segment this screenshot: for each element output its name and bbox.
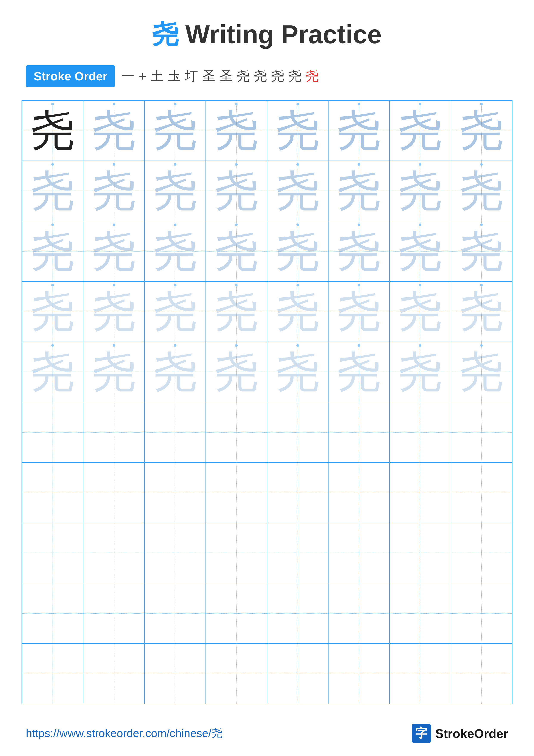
grid-cell[interactable]: 尧 — [206, 282, 267, 342]
grid-cell[interactable] — [451, 402, 512, 463]
grid-cell[interactable] — [328, 402, 390, 463]
grid-cell[interactable]: 尧 — [144, 221, 206, 282]
grid-cell[interactable]: 尧 — [83, 161, 144, 221]
footer: https://www.strokeorder.com/chinese/尧 字 … — [0, 724, 534, 743]
cell-dot — [358, 284, 360, 286]
grid-cell[interactable] — [83, 402, 144, 463]
grid-cell[interactable]: 尧 — [451, 221, 512, 282]
grid-cell[interactable]: 尧 — [83, 221, 144, 282]
grid-cell[interactable] — [22, 583, 83, 643]
grid-cell[interactable] — [267, 463, 328, 523]
grid-cell[interactable] — [144, 643, 206, 704]
grid-cell[interactable] — [144, 583, 206, 643]
grid-cell[interactable]: 尧 — [83, 282, 144, 342]
grid-cell[interactable]: 尧 — [206, 342, 267, 402]
grid-cell[interactable] — [390, 583, 451, 643]
grid-cell[interactable]: 尧 — [22, 100, 83, 161]
grid-cell[interactable]: 尧 — [328, 161, 390, 221]
grid-cell[interactable] — [22, 402, 83, 463]
grid-cell[interactable] — [390, 643, 451, 704]
grid-cell[interactable]: 尧 — [451, 161, 512, 221]
grid-cell[interactable] — [451, 523, 512, 583]
grid-cell[interactable] — [144, 523, 206, 583]
grid-cell[interactable]: 尧 — [451, 282, 512, 342]
grid-cell[interactable]: 尧 — [451, 342, 512, 402]
grid-cell[interactable] — [144, 402, 206, 463]
grid-cell[interactable]: 尧 — [144, 161, 206, 221]
grid-cell[interactable] — [22, 463, 83, 523]
grid-cell[interactable] — [83, 643, 144, 704]
grid-cell[interactable] — [267, 643, 328, 704]
grid-cell[interactable] — [267, 402, 328, 463]
grid-cell[interactable] — [206, 402, 267, 463]
cell-character: 尧 — [31, 230, 74, 273]
grid-cell[interactable]: 尧 — [22, 282, 83, 342]
grid-cell[interactable] — [390, 402, 451, 463]
grid-cell[interactable]: 尧 — [267, 100, 328, 161]
grid-cell[interactable]: 尧 — [267, 221, 328, 282]
cell-character: 尧 — [215, 290, 258, 333]
grid-cell[interactable]: 尧 — [267, 161, 328, 221]
grid-cell[interactable] — [328, 463, 390, 523]
cell-dot — [296, 163, 299, 166]
grid-cell[interactable]: 尧 — [390, 161, 451, 221]
grid-cell[interactable] — [83, 523, 144, 583]
grid-cell[interactable] — [206, 463, 267, 523]
grid-cell[interactable]: 尧 — [451, 100, 512, 161]
grid-cell[interactable] — [451, 643, 512, 704]
cell-character: 尧 — [337, 169, 380, 212]
stroke-step-9: 尧 — [254, 68, 267, 85]
grid-cell[interactable]: 尧 — [206, 221, 267, 282]
footer-url[interactable]: https://www.strokeorder.com/chinese/尧 — [26, 726, 222, 741]
cell-character: 尧 — [154, 350, 197, 393]
cell-character: 尧 — [154, 169, 197, 212]
grid-cell[interactable] — [206, 523, 267, 583]
grid-cell[interactable] — [451, 583, 512, 643]
grid-cell[interactable]: 尧 — [144, 282, 206, 342]
grid-cell[interactable] — [22, 523, 83, 583]
grid-cell[interactable]: 尧 — [328, 100, 390, 161]
cell-character: 尧 — [276, 290, 319, 333]
grid-cell[interactable]: 尧 — [144, 342, 206, 402]
grid-cell[interactable] — [328, 643, 390, 704]
grid-cell[interactable] — [328, 523, 390, 583]
cell-dot — [113, 224, 115, 226]
grid-cell[interactable]: 尧 — [206, 161, 267, 221]
grid-cell[interactable]: 尧 — [206, 100, 267, 161]
grid-cell[interactable] — [267, 523, 328, 583]
grid-cell[interactable]: 尧 — [22, 221, 83, 282]
grid-cell[interactable] — [328, 583, 390, 643]
grid-cell[interactable] — [206, 643, 267, 704]
grid-cell[interactable]: 尧 — [144, 100, 206, 161]
grid-cell[interactable] — [206, 583, 267, 643]
stroke-step-1: 一 — [121, 68, 135, 85]
grid-cell[interactable]: 尧 — [328, 282, 390, 342]
grid-cell[interactable]: 尧 — [22, 161, 83, 221]
cell-character: 尧 — [31, 169, 74, 212]
cell-dot — [480, 224, 483, 226]
grid-cell[interactable]: 尧 — [390, 282, 451, 342]
grid-cell[interactable] — [83, 583, 144, 643]
grid-cell[interactable] — [83, 463, 144, 523]
grid-cell[interactable]: 尧 — [267, 282, 328, 342]
grid-cell[interactable]: 尧 — [267, 342, 328, 402]
grid-cell[interactable]: 尧 — [328, 221, 390, 282]
grid-cell[interactable]: 尧 — [328, 342, 390, 402]
grid-cell[interactable]: 尧 — [390, 221, 451, 282]
cell-character: 尧 — [460, 169, 503, 212]
grid-cell[interactable] — [390, 523, 451, 583]
grid-cell[interactable]: 尧 — [390, 342, 451, 402]
grid-cell[interactable]: 尧 — [22, 342, 83, 402]
cell-character: 尧 — [337, 230, 380, 273]
grid-cell[interactable] — [144, 463, 206, 523]
grid-cell[interactable]: 尧 — [83, 100, 144, 161]
grid-cell[interactable] — [22, 643, 83, 704]
cell-dot — [480, 284, 483, 286]
grid-cell[interactable]: 尧 — [390, 100, 451, 161]
grid-cell[interactable] — [451, 463, 512, 523]
cell-dot — [51, 163, 54, 166]
grid-cell[interactable]: 尧 — [83, 342, 144, 402]
grid-cell[interactable] — [267, 583, 328, 643]
grid-cell[interactable] — [390, 463, 451, 523]
cell-character: 尧 — [92, 169, 136, 212]
